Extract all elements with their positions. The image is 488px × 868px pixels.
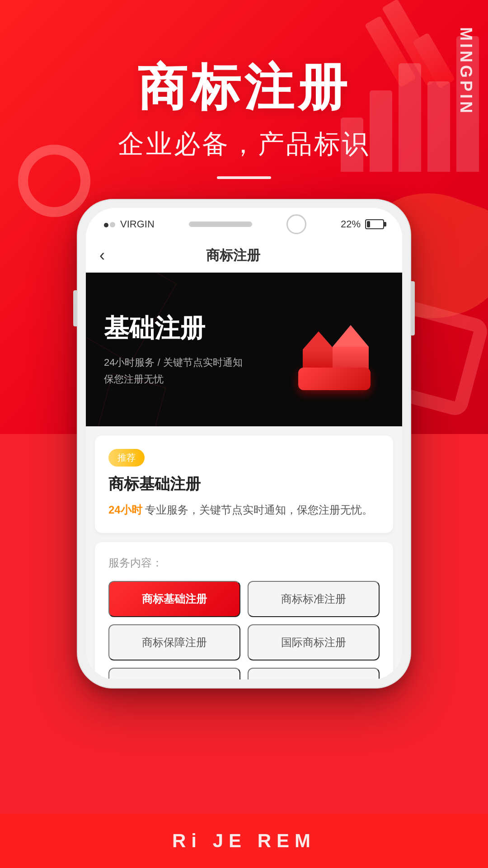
house-icon-2 xyxy=(333,325,369,370)
service-label: 服务内容： xyxy=(108,556,380,570)
phone-outer-frame: VIRGIN 22% ‹ 商标注册 xyxy=(77,199,411,689)
service-btn-2[interactable]: 商标保障注册 xyxy=(108,624,240,660)
banner-desc-1: 24小时服务 / 关键节点实时通知 xyxy=(104,354,243,371)
status-right: 22% xyxy=(341,218,384,230)
service-btn-3[interactable]: 国际商标注册 xyxy=(248,624,380,660)
back-button[interactable]: ‹ xyxy=(99,246,114,265)
service-btn-4[interactable]: 香港商标注册 xyxy=(108,668,240,679)
card-desc-suffix: 专业服务，关键节点实时通知，保您注册无忧。 xyxy=(145,504,373,516)
phone-mockup: VIRGIN 22% ‹ 商标注册 xyxy=(77,199,411,689)
card-title: 商标基础注册 xyxy=(108,474,380,495)
phone-inner-screen: VIRGIN 22% ‹ 商标注册 xyxy=(86,208,402,679)
house-icon-1 xyxy=(303,331,334,372)
banner: 基础注册 24小时服务 / 关键节点实时通知 保您注册无忧 xyxy=(86,273,402,426)
hero-divider xyxy=(217,176,271,179)
card-highlight: 24小时 xyxy=(108,504,142,516)
service-card: 服务内容： 商标基础注册 商标标准注册 商标保障注册 国际商标注册 香港商标注册… xyxy=(95,542,393,679)
nav-title: 商标注册 xyxy=(114,246,352,265)
signal-dots xyxy=(104,218,117,230)
battery-percent: 22% xyxy=(341,218,361,230)
service-grid: 商标基础注册 商标标准注册 商标保障注册 国际商标注册 香港商标注册 澳门商标注… xyxy=(108,581,380,679)
status-left: VIRGIN xyxy=(104,218,155,230)
card-description: 24小时 专业服务，关键节点实时通知，保您注册无忧。 xyxy=(108,501,380,519)
hero-title: 商标注册 xyxy=(0,54,488,122)
service-btn-0[interactable]: 商标基础注册 xyxy=(108,581,240,617)
banner-title: 基础注册 xyxy=(104,311,243,346)
nav-bar: ‹ 商标注册 xyxy=(86,239,402,273)
hero-subtitle: 企业必备，产品标识 xyxy=(0,127,488,162)
status-notch xyxy=(286,214,306,234)
service-btn-5[interactable]: 澳门商标注册 xyxy=(248,668,380,679)
main-card: 推荐 商标基础注册 24小时 专业服务，关键节点实时通知，保您注册无忧。 xyxy=(95,435,393,533)
battery-icon xyxy=(365,219,384,229)
banner-text-block: 基础注册 24小时服务 / 关键节点实时通知 保您注册无忧 xyxy=(104,311,243,388)
service-btn-1[interactable]: 商标标准注册 xyxy=(248,581,380,617)
status-center-bar xyxy=(189,222,252,227)
content-area: 推荐 商标基础注册 24小时 专业服务，关键节点实时通知，保您注册无忧。 服务内… xyxy=(86,426,402,679)
status-bar: VIRGIN 22% xyxy=(86,208,402,239)
icon-base xyxy=(298,368,371,390)
bottom-text: Ri JE REM xyxy=(172,830,316,852)
banner-3d-icon xyxy=(280,295,389,404)
card-badge: 推荐 xyxy=(108,449,145,467)
bottom-bar: Ri JE REM xyxy=(0,814,488,868)
carrier-name: VIRGIN xyxy=(120,218,155,230)
phone-content[interactable]: 基础注册 24小时服务 / 关键节点实时通知 保您注册无忧 xyxy=(86,273,402,679)
banner-desc-2: 保您注册无忧 xyxy=(104,371,243,387)
